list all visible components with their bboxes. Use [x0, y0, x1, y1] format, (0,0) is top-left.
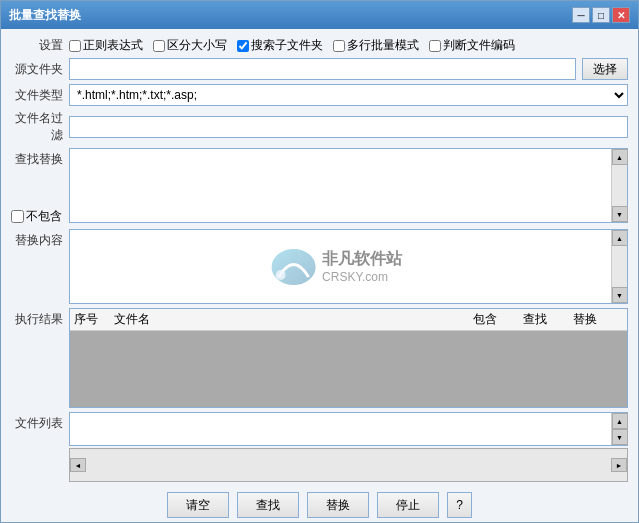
results-body	[70, 331, 627, 407]
replace-scroll-down[interactable]: ▼	[612, 287, 628, 303]
multiline-label: 多行批量模式	[347, 37, 419, 54]
col-rep: 替换	[573, 311, 623, 328]
search-textarea[interactable]	[70, 149, 611, 222]
regex-label: 正则表达式	[83, 37, 143, 54]
find-button[interactable]: 查找	[237, 492, 299, 518]
replace-button[interactable]: 替换	[307, 492, 369, 518]
search-replace-row: 查找替换 不包含 ▲ ▼	[11, 148, 628, 225]
encoding-checkbox[interactable]	[429, 40, 441, 52]
title-bar: 批量查找替换 ─ □ ✕	[1, 1, 638, 29]
file-filter-label: 文件名过滤	[11, 110, 63, 144]
multiline-checkbox[interactable]	[333, 40, 345, 52]
file-list-section: 文件列表 ▲ ▼ ◄ ►	[11, 412, 628, 482]
col-no: 序号	[74, 311, 114, 328]
col-inc: 包含	[473, 311, 523, 328]
minimize-button[interactable]: ─	[572, 7, 590, 23]
close-button[interactable]: ✕	[612, 7, 630, 23]
window-title: 批量查找替换	[9, 7, 81, 24]
results-content: 序号 文件名 包含 查找 替换	[69, 308, 628, 408]
case-checkbox[interactable]	[153, 40, 165, 52]
file-list-label: 文件列表	[11, 412, 63, 482]
help-button[interactable]: ?	[447, 492, 472, 518]
bottom-buttons: 请空 查找 替换 停止 ?	[11, 486, 628, 522]
settings-row: 设置 正则表达式 区分大小写 搜索子文件夹 多行批量模式	[11, 37, 628, 54]
file-list-textarea[interactable]	[70, 413, 611, 445]
content-area: 设置 正则表达式 区分大小写 搜索子文件夹 多行批量模式	[1, 29, 638, 522]
stop-button[interactable]: 停止	[377, 492, 439, 518]
results-header: 序号 文件名 包含 查找 替换	[70, 309, 627, 331]
replace-scroll-up[interactable]: ▲	[612, 230, 628, 246]
select-folder-button[interactable]: 选择	[582, 58, 628, 80]
settings-options: 正则表达式 区分大小写 搜索子文件夹 多行批量模式 判断文件编码	[69, 37, 628, 54]
hscroll-right[interactable]: ►	[611, 458, 627, 472]
source-folder-input[interactable]	[69, 58, 576, 80]
file-filter-row: 文件名过滤	[11, 110, 628, 144]
maximize-button[interactable]: □	[592, 7, 610, 23]
replace-content-row: 替换内容	[11, 229, 628, 304]
hscroll-left[interactable]: ◄	[70, 458, 86, 472]
file-list-scroll-down[interactable]: ▼	[612, 429, 628, 445]
subdir-checkbox[interactable]	[237, 40, 249, 52]
encoding-label: 判断文件编码	[443, 37, 515, 54]
file-type-row: 文件类型 *.html;*.htm;*.txt;*.asp;	[11, 84, 628, 106]
file-filter-input[interactable]	[69, 116, 628, 138]
replace-textarea-container: 非凡软件站 CRSKY.com ▲ ▼	[69, 229, 628, 304]
search-replace-label: 查找替换	[11, 148, 63, 168]
subdir-label: 搜索子文件夹	[251, 37, 323, 54]
multiline-option: 多行批量模式	[333, 37, 419, 54]
replace-vscrollbar: ▲ ▼	[611, 230, 627, 303]
file-list-hscrollbar: ◄ ►	[69, 448, 628, 482]
encoding-option: 判断文件编码	[429, 37, 515, 54]
col-fn: 文件名	[114, 311, 473, 328]
not-contain-checkbox[interactable]	[11, 210, 24, 223]
case-label: 区分大小写	[167, 37, 227, 54]
search-scroll-down[interactable]: ▼	[612, 206, 628, 222]
replace-content-label: 替换内容	[11, 229, 63, 249]
search-vscrollbar: ▲ ▼	[611, 149, 627, 222]
clear-button[interactable]: 请空	[167, 492, 229, 518]
file-list-area: ▲ ▼ ◄ ►	[69, 412, 628, 482]
regex-checkbox[interactable]	[69, 40, 81, 52]
file-list-content: ▲ ▼	[69, 412, 628, 446]
title-buttons: ─ □ ✕	[572, 7, 630, 23]
replace-textarea[interactable]	[70, 230, 611, 303]
file-list-scroll-up[interactable]: ▲	[612, 413, 628, 429]
file-list-vscrollbar: ▲ ▼	[611, 413, 627, 445]
file-type-label: 文件类型	[11, 87, 63, 104]
search-textarea-container: ▲ ▼	[69, 148, 628, 223]
case-option: 区分大小写	[153, 37, 227, 54]
file-type-select[interactable]: *.html;*.htm;*.txt;*.asp;	[69, 84, 628, 106]
col-find: 查找	[523, 311, 573, 328]
main-window: 批量查找替换 ─ □ ✕ 设置 正则表达式 区分大小写 搜索	[0, 0, 639, 523]
search-scroll-up[interactable]: ▲	[612, 149, 628, 165]
not-contain-label: 不包含	[26, 208, 62, 225]
results-label: 执行结果	[11, 308, 63, 408]
settings-label: 设置	[11, 37, 63, 54]
source-folder-row: 源文件夹 选择	[11, 58, 628, 80]
subdir-option: 搜索子文件夹	[237, 37, 323, 54]
results-section: 执行结果 序号 文件名 包含 查找 替换	[11, 308, 628, 408]
source-folder-label: 源文件夹	[11, 61, 63, 78]
regex-option: 正则表达式	[69, 37, 143, 54]
